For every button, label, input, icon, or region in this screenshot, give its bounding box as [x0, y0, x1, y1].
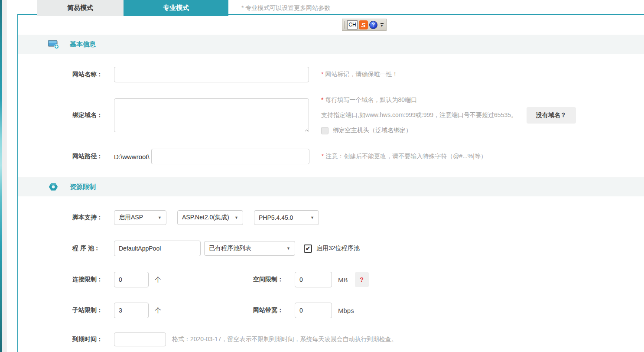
- select-arrow-icon: ▼: [158, 215, 162, 220]
- bind-domain-row: 绑定域名： *每行填写一个域名，默认为80端口 支持指定端口,如www.hws.…: [72, 96, 644, 134]
- app-pool-list-select[interactable]: 已有程序池列表▼: [204, 241, 295, 256]
- expiry-label: 到期时间：: [72, 336, 114, 343]
- section-resource-limit: 资源限制: [18, 177, 644, 196]
- site-path-label: 网站路径：: [72, 153, 114, 160]
- tab-mode-hint: * 专业模式可以设置更多网站参数: [241, 4, 330, 12]
- subsite-bandwidth-row: 子站限制： 个 网站带宽： Mbps: [72, 303, 644, 318]
- create-site-form-panel: CH S ? ▼ 基本信息 网站名称： *网站标记，请确保唯一性！: [17, 14, 644, 352]
- bandwidth-unit: Mbps: [338, 307, 354, 314]
- bandwidth-input[interactable]: [295, 303, 332, 318]
- space-limit-label: 空间限制：: [253, 276, 295, 284]
- bind-domain-note1: *每行填写一个域名，默认为80端口: [321, 96, 576, 104]
- app-pool-label: 程 序 池：: [72, 244, 114, 252]
- subsite-limit-input[interactable]: [114, 303, 149, 318]
- space-limit-unit: MB: [338, 276, 348, 284]
- sogou-input-icon[interactable]: S: [359, 20, 368, 29]
- script-support-row: 脚本支持： 启用ASP▼ ASP.Net2.0(集成)▼ PHP5.4.45.0…: [72, 210, 644, 225]
- site-name-input[interactable]: [114, 67, 309, 82]
- enable-32bit-checkbox[interactable]: [304, 244, 312, 253]
- langbar-help-icon[interactable]: ?: [369, 21, 377, 29]
- language-ch-button[interactable]: CH: [347, 20, 358, 29]
- section-title-basic: 基本信息: [70, 40, 96, 49]
- conn-limit-input[interactable]: [114, 272, 149, 287]
- conn-limit-unit: 个: [155, 276, 161, 284]
- language-bar[interactable]: CH S ? ▼: [342, 19, 387, 31]
- hexagon-nut-icon: [47, 182, 59, 192]
- aspnet-select[interactable]: ASP.Net2.0(集成)▼: [177, 210, 243, 225]
- wildcard-host-label: 绑定空主机头（泛域名绑定）: [333, 127, 412, 134]
- app-pool-row: 程 序 池： 已有程序池列表▼ 启用32位程序池: [72, 241, 644, 256]
- expiry-note: 格式：2020-03-17，留空表示不限制到期时间，系统每天凌晨会自动执行到期检…: [172, 336, 397, 343]
- php-select[interactable]: PHP5.4.45.0▼: [254, 210, 319, 225]
- conn-limit-label: 连接限制：: [72, 276, 114, 284]
- conn-space-limit-row: 连接限制： 个 空间限制： MB ?: [72, 272, 644, 287]
- site-name-label: 网站名称：: [72, 71, 114, 78]
- enable-32bit-label: 启用32位程序池: [316, 244, 360, 252]
- left-gutter: [2, 0, 7, 352]
- langbar-options-bar-icon: [381, 23, 384, 24]
- select-arrow-icon: ▼: [310, 215, 314, 220]
- toolbar-row: CH S ? ▼: [18, 15, 644, 35]
- bandwidth-label: 网站带宽：: [253, 306, 295, 314]
- app-pool-input[interactable]: [114, 241, 201, 256]
- site-name-note: *网站标记，请确保唯一性！: [321, 71, 398, 78]
- site-path-note: *注意：创建后不能更改，请不要输入特殊字符（@#...%|等）: [322, 153, 487, 160]
- asp-select[interactable]: 启用ASP▼: [114, 210, 166, 225]
- tab-simple-mode[interactable]: 简易模式: [37, 0, 124, 16]
- script-support-label: 脚本支持：: [72, 214, 114, 222]
- expiry-row: 到期时间： 格式：2020-03-17，留空表示不限制到期时间，系统每天凌晨会自…: [72, 332, 644, 346]
- site-name-row: 网站名称： *网站标记，请确保唯一性！: [72, 67, 644, 82]
- tab-pro-mode[interactable]: 专业模式: [124, 0, 228, 16]
- section-basic-info: 基本信息: [18, 35, 644, 54]
- space-limit-help-button[interactable]: ?: [355, 272, 369, 287]
- wildcard-host-checkbox[interactable]: [321, 127, 329, 134]
- bind-domain-notes: *每行填写一个域名，默认为80端口 支持指定端口,如www.hws.com:99…: [321, 96, 576, 134]
- site-path-input[interactable]: [151, 149, 309, 164]
- langbar-options-button[interactable]: ▼: [379, 20, 385, 29]
- section-title-resource: 资源限制: [70, 183, 96, 191]
- select-arrow-icon: ▼: [286, 246, 290, 251]
- langbar-grip-handle[interactable]: [344, 21, 345, 29]
- site-path-row: 网站路径： D:\wwwroot\ *注意：创建后不能更改，请不要输入特殊字符（…: [72, 149, 644, 164]
- bind-domain-label: 绑定域名：: [72, 111, 114, 119]
- monitor-plus-icon: [47, 39, 59, 49]
- chevron-down-icon: ▼: [381, 25, 384, 27]
- select-arrow-icon: ▼: [234, 215, 238, 220]
- site-path-prefix: D:\wwwroot\: [114, 153, 150, 160]
- subsite-limit-label: 子站限制：: [72, 306, 114, 314]
- bind-domain-textarea[interactable]: [114, 98, 309, 132]
- mode-tabs: 简易模式 专业模式 * 专业模式可以设置更多网站参数: [37, 0, 330, 16]
- no-domain-button[interactable]: 没有域名？: [527, 107, 576, 124]
- expiry-input[interactable]: [114, 332, 166, 346]
- subsite-limit-unit: 个: [155, 306, 161, 315]
- space-limit-input[interactable]: [295, 272, 332, 287]
- bind-domain-note2: 支持指定端口,如www.hws.com:999或:999，注意端口号不要超过65…: [321, 111, 517, 119]
